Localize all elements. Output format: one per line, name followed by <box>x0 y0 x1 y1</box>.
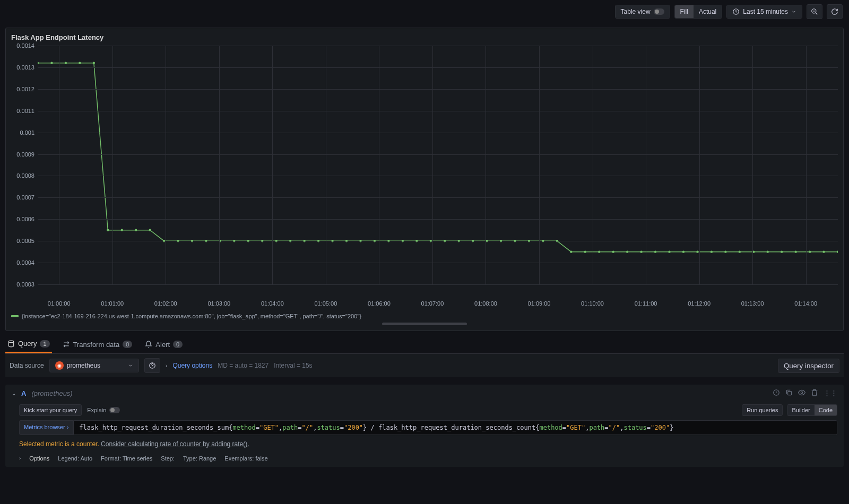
query-row-header[interactable]: ⌄ A (prometheus) ⋮⋮ <box>5 385 844 402</box>
svg-point-9 <box>135 229 137 231</box>
actual-button[interactable]: Actual <box>694 5 722 18</box>
tab-query[interactable]: Query 1 <box>5 335 52 353</box>
explain-toggle[interactable]: Explain <box>87 407 120 413</box>
svg-point-4 <box>65 62 67 64</box>
fill-button[interactable]: Fill <box>675 5 694 18</box>
query-inspector-button[interactable]: Query inspector <box>778 359 839 373</box>
tab-alert[interactable]: Alert 0 <box>143 335 185 353</box>
tab-transform-label: Transform data <box>73 341 120 349</box>
datasource-selected: prometheus <box>67 362 100 369</box>
chevron-right-icon[interactable]: › <box>19 455 21 462</box>
svg-point-10 <box>149 229 151 231</box>
eye-icon[interactable] <box>798 389 805 398</box>
svg-point-45 <box>640 250 642 253</box>
panel-title: Flask App Endpoint Latency <box>11 33 838 41</box>
query-options-link[interactable]: Query options <box>172 362 212 369</box>
drag-handle-icon[interactable]: ⋮⋮ <box>824 389 837 398</box>
legend-label: {instance="ec2-184-169-216-224.us-west-1… <box>22 313 361 319</box>
code-mode-button[interactable]: Code <box>815 405 837 415</box>
datasource-bar: Data source ◉ prometheus › Query options… <box>5 354 844 377</box>
transform-icon <box>63 341 70 348</box>
promql-input[interactable]: flask_http_request_duration_seconds_sum{… <box>73 420 837 435</box>
table-view-label: Table view <box>621 8 651 15</box>
svg-point-57 <box>809 250 811 253</box>
tab-query-badge: 1 <box>40 340 49 347</box>
svg-point-59 <box>837 250 838 253</box>
query-source-label: (prometheus) <box>31 389 72 397</box>
query-row-actions: ⋮⋮ <box>773 389 837 398</box>
kick-start-button[interactable]: Kick start your query <box>19 404 82 416</box>
query-options-row: › Options Legend: Auto Format: Time seri… <box>5 452 844 467</box>
svg-point-49 <box>696 250 698 253</box>
svg-point-42 <box>598 250 600 253</box>
builder-mode-button[interactable]: Builder <box>787 405 814 415</box>
svg-point-48 <box>682 250 685 253</box>
table-view-toggle[interactable]: Table view <box>615 5 670 19</box>
database-icon <box>7 340 15 347</box>
chart-plot-area[interactable] <box>38 46 838 284</box>
refresh-icon <box>831 8 838 15</box>
bell-icon <box>145 341 152 348</box>
zoom-out-button[interactable] <box>807 4 822 19</box>
svg-point-41 <box>584 250 586 253</box>
clock-icon <box>732 8 740 15</box>
opt-exemplars: Exemplars: false <box>224 455 267 462</box>
svg-point-60 <box>8 341 13 343</box>
duplicate-icon[interactable] <box>785 389 793 398</box>
svg-point-8 <box>121 229 123 231</box>
tab-transform[interactable]: Transform data 0 <box>60 335 135 353</box>
y-axis: 0.00140.00130.00120.00110.0010.00090.000… <box>11 46 38 284</box>
fill-actual-group: Fill Actual <box>674 5 723 19</box>
warning-suggestion-link[interactable]: Consider calculating rate of counter by … <box>101 440 249 448</box>
svg-point-43 <box>612 250 614 253</box>
trash-icon[interactable] <box>811 389 818 398</box>
editor-tabs: Query 1 Transform data 0 Alert 0 <box>5 335 844 354</box>
svg-point-50 <box>711 250 713 253</box>
svg-point-64 <box>801 392 803 394</box>
chevron-down-icon <box>791 9 796 14</box>
svg-point-52 <box>739 250 741 253</box>
query-controls: Kick start your query Explain Run querie… <box>5 402 844 420</box>
svg-point-3 <box>50 62 53 64</box>
svg-rect-63 <box>788 392 792 395</box>
chart-panel: Flask App Endpoint Latency 0.00140.00130… <box>5 28 844 331</box>
datasource-select[interactable]: ◉ prometheus <box>49 359 139 372</box>
run-queries-button[interactable]: Run queries <box>742 404 783 416</box>
tab-alert-label: Alert <box>155 341 170 349</box>
datasource-label: Data source <box>10 362 44 369</box>
top-toolbar: Table view Fill Actual Last 15 minutes <box>0 0 849 23</box>
svg-point-7 <box>107 229 109 231</box>
svg-point-40 <box>570 250 572 253</box>
opt-type: Type: Range <box>183 455 216 462</box>
opt-legend: Legend: Auto <box>58 455 92 462</box>
legend-scrollbar[interactable] <box>382 323 467 325</box>
warning-text: Selected metric is a counter. <box>19 440 99 448</box>
editor-mode-group: Builder Code <box>787 404 837 416</box>
prometheus-icon: ◉ <box>55 361 64 370</box>
query-ref-id: A <box>21 389 26 397</box>
refresh-button[interactable] <box>827 4 843 19</box>
zoom-out-icon <box>811 8 818 15</box>
code-row: Metrics browser › flask_http_request_dur… <box>5 420 844 438</box>
options-toggle[interactable]: Options <box>29 455 49 462</box>
chevron-down-icon: ⌄ <box>12 390 16 396</box>
svg-point-46 <box>654 250 656 253</box>
metrics-browser-button[interactable]: Metrics browser › <box>19 420 73 435</box>
help-icon <box>149 362 156 369</box>
chart-container: 0.00140.00130.00120.00110.0010.00090.000… <box>11 46 838 300</box>
time-range-picker[interactable]: Last 15 minutes <box>726 5 802 19</box>
time-range-label: Last 15 minutes <box>743 8 788 15</box>
datasource-help-button[interactable] <box>144 358 160 373</box>
query-help-icon[interactable] <box>773 389 780 398</box>
query-interval-info: Interval = 15s <box>274 362 312 369</box>
chevron-down-icon <box>128 363 133 368</box>
query-md-info: MD = auto = 1827 <box>218 362 268 369</box>
chart-legend[interactable]: {instance="ec2-184-169-216-224.us-west-1… <box>11 313 838 319</box>
svg-point-58 <box>822 250 825 253</box>
svg-point-47 <box>668 250 670 253</box>
svg-point-6 <box>93 62 95 64</box>
chevron-right-icon[interactable]: › <box>166 363 167 369</box>
explain-label: Explain <box>87 407 106 413</box>
tab-query-label: Query <box>18 340 37 347</box>
x-axis: 01:00:0001:01:0001:02:0001:03:0001:04:00… <box>38 300 838 310</box>
